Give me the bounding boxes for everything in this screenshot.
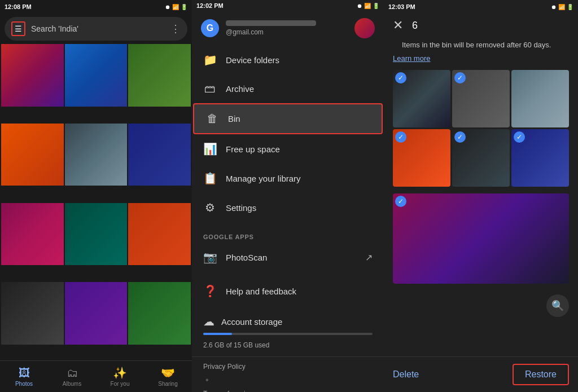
more-icon[interactable]: ⋮ bbox=[170, 23, 181, 35]
checkmark: ✓ bbox=[454, 131, 466, 143]
photos-icon: 🖼 bbox=[19, 367, 30, 380]
sharing-icon: 🤝 bbox=[161, 366, 175, 380]
menu-label: Settings bbox=[226, 203, 256, 213]
time-1: 12:08 PM bbox=[5, 3, 32, 10]
photo-cell[interactable] bbox=[65, 203, 128, 266]
help-icon: ❓ bbox=[203, 284, 217, 298]
email-suffix: @gmail.com bbox=[226, 28, 348, 36]
photo-cell[interactable] bbox=[1, 44, 64, 107]
bin-photo[interactable]: ✓ bbox=[393, 70, 450, 127]
photo-cell[interactable] bbox=[65, 282, 128, 345]
external-link-icon: ↗ bbox=[365, 252, 373, 263]
menu-label: Bin bbox=[228, 114, 240, 124]
search-bar[interactable]: ☰ Search 'India' ⋮ bbox=[5, 17, 187, 41]
checkmark: ✓ bbox=[395, 72, 406, 83]
nav-sharing[interactable]: 🤝 Sharing bbox=[144, 366, 192, 387]
time-3: 12:03 PM bbox=[388, 3, 415, 10]
time-2: 12:02 PM bbox=[196, 2, 224, 9]
cloud-icon: ☁ bbox=[203, 315, 214, 328]
photo-cell[interactable] bbox=[128, 44, 191, 107]
bin-photo[interactable]: ✓ bbox=[511, 129, 569, 187]
settings-icon: ⚙ bbox=[203, 201, 217, 214]
bin-photo[interactable]: ✓ bbox=[452, 129, 510, 187]
storage-label: ☁ Account storage bbox=[203, 315, 373, 328]
search-text[interactable]: Search 'India' bbox=[31, 24, 165, 33]
status-icons-3: ⏺ 📶 🔋 bbox=[551, 4, 573, 10]
nav-albums[interactable]: 🗂 Albums bbox=[48, 367, 96, 387]
library-icon: 📋 bbox=[203, 171, 217, 185]
photoscan-icon: 📷 bbox=[203, 250, 217, 264]
photo-cell[interactable] bbox=[1, 124, 64, 186]
footer-links: Privacy Policy • Terms of service bbox=[192, 356, 384, 392]
status-bar-1: 12:08 PM ⏺ 📶 🔋 bbox=[0, 0, 192, 14]
photo-cell[interactable] bbox=[128, 282, 191, 345]
bin-photo[interactable] bbox=[511, 70, 569, 127]
storage-bar-fill bbox=[203, 333, 232, 335]
footer-dot: • bbox=[205, 375, 370, 385]
photo-grid bbox=[0, 44, 192, 360]
checkmark: ✓ bbox=[395, 131, 406, 143]
menu-label: Device folders bbox=[226, 55, 279, 65]
menu-archive[interactable]: 🗃 Archive bbox=[192, 74, 384, 103]
terms-link[interactable]: Terms of service bbox=[203, 390, 373, 392]
bin-info-text: Items in the bin will be removed after 6… bbox=[393, 37, 569, 53]
menu-manage-library[interactable]: 📋 Manage your library bbox=[192, 164, 384, 193]
menu-device-folders[interactable]: 📁 Device folders bbox=[192, 45, 384, 74]
restore-button[interactable]: Restore bbox=[513, 364, 569, 385]
folder-icon: 📁 bbox=[203, 53, 217, 67]
bin-header: ✕ 6 bbox=[384, 14, 578, 37]
bin-photo[interactable]: ✓ bbox=[393, 129, 450, 187]
user-header[interactable]: G @gmail.com bbox=[192, 11, 384, 45]
status-bar-2: 12:02 PM ⏺ 📶 🔋 bbox=[192, 0, 384, 11]
bin-sub-photo[interactable]: ✓ bbox=[393, 193, 569, 284]
photo-cell[interactable] bbox=[128, 124, 191, 186]
bin-info-section: Items in the bin will be removed after 6… bbox=[384, 37, 578, 65]
photo-cell[interactable] bbox=[65, 124, 128, 186]
photo-cell[interactable] bbox=[65, 44, 128, 107]
avatar: G bbox=[201, 19, 219, 37]
photo-cell[interactable] bbox=[1, 282, 64, 345]
sharing-label: Sharing bbox=[158, 381, 177, 387]
menu-label: Free up space bbox=[226, 144, 280, 154]
nav-photos[interactable]: 🖼 Photos bbox=[0, 367, 48, 387]
status-icons-1: ⏺ 📶 🔋 bbox=[165, 4, 187, 10]
status-icons-2: ⏺ 📶 🔋 bbox=[357, 3, 379, 9]
menu-bin[interactable]: 🗑 Bin bbox=[193, 103, 383, 134]
bin-count: 6 bbox=[412, 20, 418, 32]
photo-cell[interactable] bbox=[1, 203, 64, 266]
nav-foryou[interactable]: ✨ For you bbox=[96, 366, 144, 387]
bin-extra-photo: ✓ bbox=[384, 193, 578, 284]
delete-button[interactable]: Delete bbox=[393, 369, 419, 380]
bin-action-bar: Delete Restore bbox=[384, 356, 578, 392]
hamburger-box: ☰ bbox=[11, 21, 25, 36]
user-photo-thumb[interactable] bbox=[354, 18, 375, 38]
privacy-link[interactable]: Privacy Policy bbox=[203, 363, 373, 371]
free-space-icon: 📊 bbox=[203, 142, 217, 156]
panel3-spacer: 🔍 bbox=[384, 284, 578, 357]
help-label: Help and feedback bbox=[226, 287, 296, 296]
photoscan-label: PhotoScan bbox=[226, 253, 267, 262]
photo-cell[interactable] bbox=[128, 203, 191, 266]
learn-more-link[interactable]: Learn more bbox=[393, 54, 430, 63]
archive-icon: 🗃 bbox=[203, 82, 217, 95]
menu-label: Archive bbox=[226, 84, 254, 94]
storage-label-text: Account storage bbox=[221, 317, 282, 327]
google-apps-label: GOOGLE APPS bbox=[192, 227, 384, 243]
bin-photos-grid: ✓ ✓ ✓ ✓ ✓ bbox=[384, 65, 578, 191]
menu-label: Manage your library bbox=[226, 174, 301, 183]
menu-settings[interactable]: ⚙ Settings bbox=[192, 193, 384, 222]
menu-photoscan[interactable]: 📷 PhotoScan ↗ bbox=[192, 243, 384, 272]
hamburger-icon[interactable]: ☰ bbox=[15, 24, 22, 33]
panel-bin: 12:03 PM ⏺ 📶 🔋 ✕ 6 Items in the bin will… bbox=[384, 0, 578, 392]
close-button[interactable]: ✕ bbox=[393, 18, 403, 33]
storage-text: 2.6 GB of 15 GB used bbox=[203, 341, 269, 349]
search-fab[interactable]: 🔍 bbox=[546, 294, 569, 317]
menu-help-feedback[interactable]: ❓ Help and feedback bbox=[192, 276, 384, 306]
panel-photos: 12:08 PM ⏺ 📶 🔋 ☰ Search 'India' ⋮ 🖼 Phot… bbox=[0, 0, 192, 392]
checkmark: ✓ bbox=[454, 72, 466, 83]
email-bar bbox=[226, 20, 316, 26]
bin-photo[interactable]: ✓ bbox=[452, 70, 510, 127]
albums-icon: 🗂 bbox=[67, 367, 78, 380]
checkmark: ✓ bbox=[514, 131, 525, 143]
menu-free-up-space[interactable]: 📊 Free up space bbox=[192, 134, 384, 164]
